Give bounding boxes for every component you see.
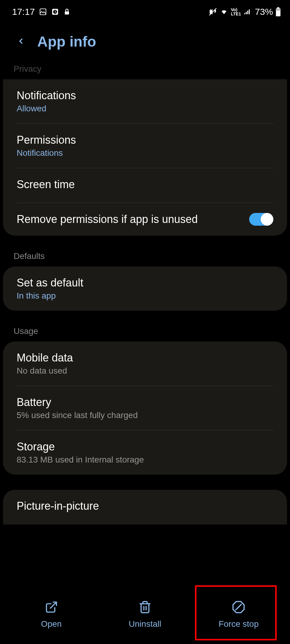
storage-item[interactable]: Storage 83.13 MB used in Internal storag… xyxy=(3,430,287,475)
remove-permissions-item[interactable]: Remove permissions if app is unused xyxy=(3,203,287,236)
battery-percentage: 73% xyxy=(255,7,273,17)
page-title: App info xyxy=(37,33,96,50)
screentime-item[interactable]: Screen time xyxy=(3,168,287,203)
bottom-nav: Open Uninstall Force stop xyxy=(0,591,290,644)
forbidden-icon xyxy=(232,600,245,615)
status-left: 17:17 xyxy=(12,7,71,17)
defaults-section-label: Defaults xyxy=(0,248,290,266)
battery-icon xyxy=(275,7,281,16)
pip-item[interactable]: Picture-in-picture xyxy=(3,490,287,515)
uninstall-button[interactable]: Uninstall xyxy=(98,594,192,635)
open-label: Open xyxy=(41,619,62,629)
battery-value: 5% used since last fully charged xyxy=(17,410,273,420)
mobile-data-title: Mobile data xyxy=(17,351,273,364)
signal-icon xyxy=(243,8,251,15)
uninstall-label: Uninstall xyxy=(129,619,161,629)
set-default-item[interactable]: Set as default In this app xyxy=(3,266,287,311)
mobile-data-value: No data used xyxy=(17,366,273,376)
back-button[interactable] xyxy=(17,34,25,50)
set-default-title: Set as default xyxy=(17,276,273,289)
notifications-title: Notifications xyxy=(17,89,273,102)
remove-permissions-toggle[interactable] xyxy=(249,213,273,226)
permissions-item[interactable]: Permissions Notifications xyxy=(3,124,287,168)
clock: 17:17 xyxy=(12,7,35,17)
trash-icon xyxy=(138,600,152,615)
clock-app-icon xyxy=(51,8,59,16)
pip-card: Picture-in-picture xyxy=(3,490,287,525)
svg-line-12 xyxy=(236,604,241,610)
page-header: App info xyxy=(0,21,290,60)
open-icon xyxy=(45,600,58,615)
mobile-data-item[interactable]: Mobile data No data used xyxy=(3,342,287,386)
screentime-title: Screen time xyxy=(17,178,273,191)
notifications-item[interactable]: Notifications Allowed xyxy=(3,79,287,123)
set-default-value: In this app xyxy=(17,291,273,301)
status-right: Vo)LTE1 73% xyxy=(209,7,281,17)
notifications-value: Allowed xyxy=(17,104,273,113)
lock-icon xyxy=(63,8,71,16)
open-button[interactable]: Open xyxy=(5,594,98,635)
status-bar: 17:17 Vo)LTE1 73% xyxy=(0,0,290,21)
remove-permissions-title: Remove permissions if app is unused xyxy=(17,213,249,226)
pip-title: Picture-in-picture xyxy=(17,500,273,512)
permissions-title: Permissions xyxy=(17,134,273,146)
usage-section-label: Usage xyxy=(0,323,290,342)
privacy-section-label: Privacy xyxy=(0,60,290,79)
volte-icon: Vo)LTE1 xyxy=(231,8,241,16)
wifi-icon xyxy=(219,8,229,15)
image-icon xyxy=(39,8,47,16)
privacy-card: Notifications Allowed Permissions Notifi… xyxy=(3,79,287,236)
svg-line-8 xyxy=(50,602,56,608)
svg-rect-7 xyxy=(276,9,280,11)
usage-card: Mobile data No data used Battery 5% used… xyxy=(3,342,287,475)
battery-item[interactable]: Battery 5% used since last fully charged xyxy=(3,386,287,430)
storage-title: Storage xyxy=(17,440,273,453)
vibrate-icon xyxy=(209,8,217,16)
toggle-knob xyxy=(261,213,273,226)
battery-title: Battery xyxy=(17,396,273,409)
force-stop-label: Force stop xyxy=(219,619,259,629)
svg-rect-6 xyxy=(277,7,279,8)
storage-value: 83.13 MB used in Internal storage xyxy=(17,455,273,465)
defaults-card: Set as default In this app xyxy=(3,266,287,311)
svg-rect-3 xyxy=(65,11,69,15)
permissions-value: Notifications xyxy=(17,148,273,158)
force-stop-button[interactable]: Force stop xyxy=(192,594,285,635)
